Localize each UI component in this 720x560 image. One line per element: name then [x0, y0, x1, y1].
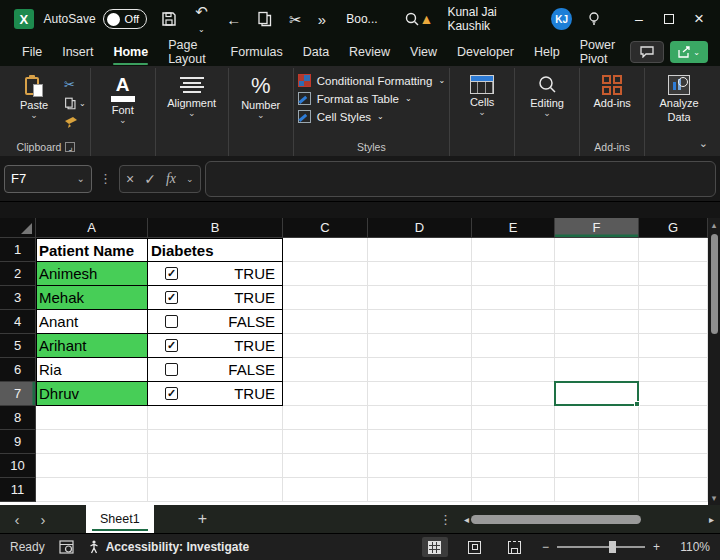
cell-B9[interactable]	[148, 430, 283, 454]
alignment-group-button[interactable]: Alignment ⌄	[160, 70, 224, 116]
row-header-10[interactable]: 10	[0, 454, 36, 478]
cell-F3[interactable]	[555, 286, 639, 310]
zoom-out-icon[interactable]: −	[542, 540, 549, 554]
cell-styles-button[interactable]: Cell Styles ⌄	[298, 110, 445, 123]
cell-F1[interactable]	[555, 238, 639, 262]
column-header-C[interactable]: C	[283, 218, 368, 238]
new-sheet-button[interactable]: +	[198, 510, 207, 528]
cell-F8[interactable]	[555, 406, 639, 430]
row-header-6[interactable]: 6	[0, 358, 36, 382]
cell-G9[interactable]	[639, 430, 708, 454]
share-button[interactable]: ⌄	[670, 41, 708, 63]
checkbox-B6[interactable]	[165, 363, 178, 376]
cell-E5[interactable]	[472, 334, 555, 358]
tab-developer[interactable]: Developer	[447, 41, 524, 63]
row-header-4[interactable]: 4	[0, 310, 36, 334]
clipboard-dialog-launcher-icon[interactable]: ⌟	[65, 142, 75, 152]
name-box[interactable]: F7 ⌄	[4, 165, 92, 193]
lightbulb-icon[interactable]	[586, 11, 602, 27]
zoom-slider[interactable]	[557, 546, 645, 548]
row-header-1[interactable]: 1	[0, 238, 36, 262]
cell-E7[interactable]	[472, 382, 555, 406]
cell-E9[interactable]	[472, 430, 555, 454]
collapse-ribbon-icon[interactable]: ⌄	[699, 137, 708, 150]
cell-C11[interactable]	[283, 478, 368, 502]
cell-G2[interactable]	[639, 262, 708, 286]
row-header-11[interactable]: 11	[0, 478, 36, 502]
page-break-view-button[interactable]	[502, 537, 528, 557]
checkbox-B2[interactable]: ✓	[165, 267, 178, 280]
copy-button[interactable]: ⌄	[64, 97, 86, 110]
checkbox-B4[interactable]	[165, 315, 178, 328]
zoom-slider-handle[interactable]	[609, 541, 616, 553]
formula-bar-splitter[interactable]: ⋮	[96, 171, 115, 186]
cell-D4[interactable]	[368, 310, 472, 334]
column-header-E[interactable]: E	[472, 218, 555, 238]
avatar[interactable]: KJ	[551, 8, 572, 30]
cell-C6[interactable]	[283, 358, 368, 382]
cut-button[interactable]: ✂	[64, 78, 86, 91]
warning-icon[interactable]: ▲	[420, 11, 434, 27]
cell-E8[interactable]	[472, 406, 555, 430]
save-icon[interactable]	[161, 11, 177, 27]
row-header-5[interactable]: 5	[0, 334, 36, 358]
cell-D3[interactable]	[368, 286, 472, 310]
cell-F5[interactable]	[555, 334, 639, 358]
cell-C1[interactable]	[283, 238, 368, 262]
comments-button[interactable]	[630, 41, 664, 63]
cell-F10[interactable]	[555, 454, 639, 478]
cell-C4[interactable]	[283, 310, 368, 334]
cell-E4[interactable]	[472, 310, 555, 334]
format-as-table-button[interactable]: Format as Table ⌄	[298, 92, 445, 105]
cell-G4[interactable]	[639, 310, 708, 334]
tab-file[interactable]: File	[12, 41, 52, 63]
cell-F6[interactable]	[555, 358, 639, 382]
cell-D11[interactable]	[368, 478, 472, 502]
row-header-7[interactable]: 7	[0, 382, 36, 406]
tab-data[interactable]: Data	[293, 41, 339, 63]
tab-view[interactable]: View	[400, 41, 447, 63]
cell-B6[interactable]: FALSE	[148, 358, 283, 382]
insert-function-button[interactable]: fx	[166, 171, 176, 187]
cell-D10[interactable]	[368, 454, 472, 478]
copy-icon[interactable]	[257, 11, 273, 27]
macro-record-icon[interactable]	[59, 540, 74, 554]
scroll-right-icon[interactable]: ▸	[709, 514, 714, 525]
cell-F4[interactable]	[555, 310, 639, 334]
cell-G8[interactable]	[639, 406, 708, 430]
number-group-button[interactable]: % Number ⌄	[233, 70, 289, 118]
row-header-9[interactable]: 9	[0, 430, 36, 454]
cell-D2[interactable]	[368, 262, 472, 286]
cell-B4[interactable]: FALSE	[148, 310, 283, 334]
cell-F7[interactable]	[555, 382, 639, 406]
cell-E10[interactable]	[472, 454, 555, 478]
column-header-F[interactable]: F	[555, 218, 639, 238]
accessibility-status[interactable]: Accessibility: Investigate	[88, 540, 249, 554]
close-icon[interactable]: ×	[684, 4, 714, 34]
cell-A3[interactable]: Mehak	[36, 286, 148, 310]
cell-E3[interactable]	[472, 286, 555, 310]
cell-E2[interactable]	[472, 262, 555, 286]
sheet-options-icon[interactable]: ⋮	[439, 512, 452, 527]
cell-A9[interactable]	[36, 430, 148, 454]
cell-G1[interactable]	[639, 238, 708, 262]
cell-A6[interactable]: Ria	[36, 358, 148, 382]
cell-B5[interactable]: ✓TRUE	[148, 334, 283, 358]
tab-review[interactable]: Review	[339, 41, 400, 63]
column-header-G[interactable]: G	[639, 218, 708, 238]
normal-view-button[interactable]	[422, 537, 448, 557]
enter-button[interactable]: ✓	[144, 171, 156, 187]
undo-icon[interactable]: ↶ ⌄	[193, 4, 211, 34]
tab-help[interactable]: Help	[524, 41, 570, 63]
cell-D9[interactable]	[368, 430, 472, 454]
format-painter-button[interactable]	[64, 116, 86, 129]
minimize-icon[interactable]: –	[624, 4, 654, 34]
cell-G7[interactable]	[639, 382, 708, 406]
cell-G10[interactable]	[639, 454, 708, 478]
horizontal-scrollbar[interactable]: ◂ ▸	[464, 513, 714, 525]
more-commands-icon[interactable]: »	[318, 12, 326, 27]
column-header-D[interactable]: D	[368, 218, 472, 238]
tab-home[interactable]: Home	[103, 41, 158, 63]
next-sheet-icon[interactable]: ›	[32, 511, 54, 528]
cell-F11[interactable]	[555, 478, 639, 502]
